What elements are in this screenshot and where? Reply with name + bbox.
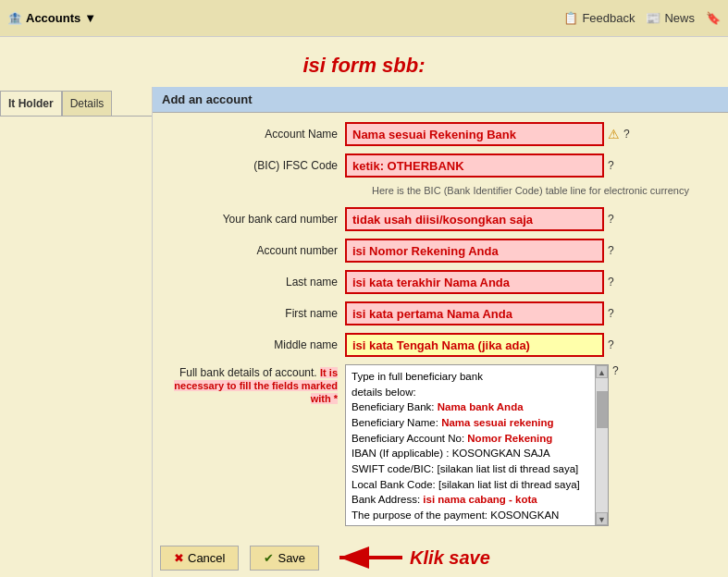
cancel-icon: ✖ [174, 551, 184, 565]
feedback-link[interactable]: 📋 Feedback [563, 11, 635, 25]
bank-card-row: Your bank card number ? [153, 207, 728, 231]
feedback-label: Feedback [582, 11, 635, 25]
first-name-row: First name ? [153, 301, 728, 325]
arrow-icon [330, 543, 404, 572]
bic-input-wrap: ? [345, 153, 721, 178]
add-account-header: Add an account [153, 87, 728, 113]
news-icon: 📰 [646, 11, 660, 25]
bic-info-text: Here is the BIC (Bank Identifier Code) t… [372, 185, 697, 196]
form-bottom: ✖ Cancel ✔ Save [153, 534, 728, 577]
news-link[interactable]: 📰 News [646, 11, 695, 25]
page-title: isi form sbb: [0, 54, 728, 78]
account-number-label: Account number [160, 244, 345, 257]
first-name-input-wrap: ? [345, 301, 721, 325]
middle-name-label: Middle name [160, 338, 345, 351]
first-name-help-icon[interactable]: ? [608, 307, 614, 320]
content-area: Add an account Account Name ⚠ ? (BIC) IF… [153, 87, 728, 577]
middle-name-input[interactable] [345, 333, 604, 357]
add-account-title: Add an account [162, 92, 253, 106]
arrow-annotation: Klik save [330, 543, 490, 572]
news-label: News [664, 11, 695, 25]
full-bank-row: Full bank details of account. It is nece… [153, 364, 728, 526]
top-nav-right: 📋 Feedback 📰 News 🔖 [563, 11, 721, 25]
bank-card-input[interactable] [345, 207, 604, 231]
scrollbar-up-icon[interactable]: ▲ [596, 365, 608, 378]
sidebar: It Holder Details [0, 87, 153, 577]
last-name-row: Last name ? [153, 270, 728, 294]
bic-label: (BIC) IFSC Code [160, 159, 345, 172]
accounts-button[interactable]: Accounts ▼ [26, 11, 96, 25]
sidebar-tabs: It Holder Details [0, 91, 152, 117]
first-name-input[interactable] [345, 301, 604, 325]
middle-name-row: Middle name ? [153, 333, 728, 357]
save-icon: ✔ [264, 551, 274, 565]
save-label: Save [278, 551, 305, 565]
scrollbar-thumb[interactable] [597, 391, 608, 428]
last-name-input[interactable] [345, 270, 604, 294]
textarea-wrap: Type in full beneficiary bankdetails bel… [345, 364, 721, 526]
account-number-input[interactable] [345, 239, 604, 263]
bank-card-help-icon[interactable]: ? [608, 213, 614, 226]
bic-help-icon[interactable]: ? [608, 159, 614, 172]
full-bank-label-text: Full bank details of account. [179, 366, 317, 379]
bic-info-row: Here is the BIC (Bank Identifier Code) t… [153, 185, 728, 207]
full-bank-textarea[interactable]: Type in full beneficiary bankdetails bel… [345, 364, 609, 526]
top-nav: 🏦 Accounts ▼ 📋 Feedback 📰 News 🔖 [0, 0, 728, 37]
tab-it-holder-label: It Holder [8, 97, 54, 110]
tab-details-label: Details [70, 97, 105, 110]
save-button[interactable]: ✔ Save [250, 546, 319, 571]
main-layout: It Holder Details Add an account Account… [0, 87, 728, 577]
textarea-scrollbar[interactable]: ▲ ▼ [595, 365, 608, 525]
klik-save-text: Klik save [410, 547, 490, 569]
account-name-label: Account Name [160, 128, 345, 141]
tab-details[interactable]: Details [62, 91, 113, 116]
bank-card-input-wrap: ? [345, 207, 721, 231]
bic-input[interactable] [345, 153, 604, 178]
scrollbar-down-icon[interactable]: ▼ [596, 512, 608, 525]
middle-name-input-wrap: ? [345, 333, 721, 357]
textarea-content: Type in full beneficiary bankdetails bel… [352, 369, 602, 526]
account-name-help-icon[interactable]: ? [623, 128, 630, 141]
account-number-input-wrap: ? [345, 239, 721, 263]
full-bank-help-icon[interactable]: ? [612, 364, 619, 377]
bank-card-label: Your bank card number [160, 213, 345, 226]
account-name-input[interactable] [345, 122, 604, 146]
bookmark-icon: 🔖 [706, 11, 721, 25]
last-name-input-wrap: ? [345, 270, 721, 294]
page-heading: isi form sbb: [0, 37, 728, 87]
tab-it-holder[interactable]: It Holder [0, 91, 62, 116]
cancel-button[interactable]: ✖ Cancel [160, 546, 239, 571]
warning-icon: ⚠ [608, 127, 620, 141]
account-name-input-wrap: ⚠ ? [345, 122, 721, 146]
account-number-help-icon[interactable]: ? [608, 244, 614, 257]
accounts-label: Accounts [26, 11, 80, 25]
top-nav-left: 🏦 Accounts ▼ [7, 11, 96, 25]
form-container: Account Name ⚠ ? (BIC) IFSC Code ? Here … [153, 113, 728, 577]
full-bank-label: Full bank details of account. It is nece… [160, 364, 345, 405]
cancel-label: Cancel [188, 551, 225, 565]
dropdown-arrow-icon: ▼ [84, 11, 96, 25]
extra-link[interactable]: 🔖 [706, 11, 721, 25]
bic-row: (BIC) IFSC Code ? [153, 153, 728, 178]
first-name-label: First name [160, 307, 345, 320]
feedback-icon: 📋 [563, 11, 578, 25]
last-name-label: Last name [160, 276, 345, 288]
account-number-row: Account number ? [153, 239, 728, 263]
accounts-icon: 🏦 [7, 11, 22, 25]
account-name-row: Account Name ⚠ ? [153, 122, 728, 146]
last-name-help-icon[interactable]: ? [608, 276, 614, 288]
middle-name-help-icon[interactable]: ? [608, 338, 614, 351]
